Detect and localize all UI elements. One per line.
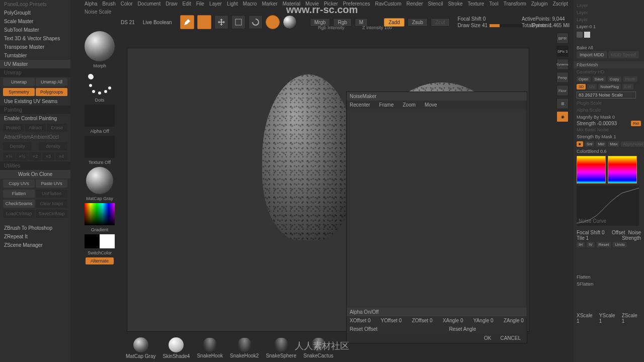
bpr-button[interactable]: BPR (556, 33, 569, 44)
texture-preview[interactable] (85, 136, 115, 158)
noise-curve-graph[interactable]: Noise Curve (577, 186, 639, 226)
ih-button[interactable]: IH (577, 242, 585, 247)
side-icon-1[interactable]: ⊞ (556, 98, 569, 109)
zbrush-to-photoshop[interactable]: ZBrush To Photoshop (0, 224, 70, 232)
plugin-panelloop[interactable]: PanelLoop Presets (0, 0, 70, 9)
snl-button[interactable]: Snl (585, 141, 595, 147)
work-on-clone[interactable]: Work On Clone (0, 170, 70, 178)
fibermesh-section[interactable]: FiberMesh (574, 61, 644, 68)
dot-icon[interactable] (577, 32, 583, 38)
copy-uvs-button[interactable]: Copy UVs (3, 179, 35, 188)
layer-2[interactable]: Layer (574, 9, 644, 16)
open-button[interactable]: Open (577, 76, 591, 82)
erase-button[interactable]: Erase (47, 124, 67, 132)
bw-swatches[interactable] (85, 234, 115, 248)
plugin-polygroupit[interactable]: PolyGroupIt (0, 9, 70, 17)
protect-button[interactable]: Protect (3, 124, 24, 132)
menu-material[interactable]: Material (283, 1, 301, 7)
menu-preferences[interactable]: Preferences (343, 1, 370, 7)
noise-scale-input[interactable] (577, 92, 636, 99)
bake-all-button[interactable]: Bake All (574, 44, 644, 51)
rp-focal[interactable]: Focal Shift 0 (577, 230, 605, 235)
dynamic-button[interactable]: Dynamic (556, 59, 569, 70)
menu-edit[interactable]: Edit (183, 1, 191, 7)
nm-xscale[interactable]: XScale 1 (577, 313, 596, 324)
live-boolean-toggle[interactable]: Live Boolean (143, 20, 172, 25)
flatten-button[interactable]: Flatten (3, 190, 35, 198)
color-picker-right[interactable] (608, 156, 637, 184)
shelf-snakecactus[interactable]: SnakeCactus (303, 338, 333, 358)
menu-document[interactable]: Document (138, 1, 161, 7)
switchcolor-label[interactable]: SwitchColor (88, 250, 112, 255)
checkseams-button[interactable]: CheckSeams (3, 200, 35, 208)
persp-button[interactable]: Persp (556, 72, 569, 83)
mhl-button[interactable]: Mid (596, 141, 606, 147)
menu-stencil[interactable]: Stencil (428, 1, 443, 7)
plugin-turntabler[interactable]: Turntabler (0, 51, 70, 60)
edit-mode-button[interactable] (180, 15, 194, 29)
unwrap-button[interactable]: Unwrap (3, 78, 35, 86)
paste-uvs-button[interactable]: Paste UVs (36, 179, 67, 188)
magnify-mask[interactable]: Magnify By Mask 0 (574, 114, 644, 121)
plugin-scale[interactable]: Plugin Scale (574, 100, 644, 107)
unwrap-all-button[interactable]: Unwrap All (36, 78, 67, 86)
nm-zscale[interactable]: ZScale 1 (622, 313, 641, 324)
spix-button[interactable]: SPix 3 (556, 46, 569, 57)
floor-button[interactable]: Floor (556, 85, 569, 96)
nm-zangle[interactable]: ZAngle 0 (504, 318, 524, 323)
shelf-snakehook[interactable]: SnakeHook (197, 338, 223, 358)
menu-movie[interactable]: Movie (305, 1, 319, 7)
brush-preview[interactable] (85, 31, 115, 61)
plugin-subtoolmaster[interactable]: SubTool Master (0, 26, 70, 34)
symmetry-button[interactable]: Symmetry (3, 88, 35, 96)
paste-button[interactable]: Paste (623, 76, 637, 82)
menu-color[interactable]: Color (121, 1, 133, 7)
unflatten-button[interactable]: UnFlatten (36, 190, 67, 198)
plugin-uvmaster[interactable]: UV Master (0, 60, 70, 68)
plugin-text3d[interactable]: Text 3D & Vector Shapes (0, 34, 70, 43)
gradient-sphere-icon[interactable] (283, 15, 297, 29)
polygroups-button[interactable]: Polygroups (36, 88, 67, 96)
edit-button[interactable]: Edit (622, 84, 633, 89)
zsub-button[interactable]: Zsub (408, 18, 428, 27)
layer-1[interactable]: Layer (574, 2, 644, 9)
import-mdd-button[interactable]: Import MDD (577, 51, 607, 58)
noiseplug-button[interactable]: NoisePlug (598, 84, 620, 89)
menu-draw[interactable]: Draw (166, 1, 177, 7)
nm-xangle[interactable]: XAngle 0 (443, 318, 463, 323)
nm-frame[interactable]: Frame (379, 102, 394, 108)
loadctrl-button[interactable]: LoadCtrlMap (3, 210, 35, 218)
rp-strength[interactable]: Strength (622, 235, 641, 241)
nm-xoffset[interactable]: XOffset 0 (350, 318, 371, 323)
nm-zoffset[interactable]: ZOffset 0 (412, 318, 433, 323)
strength-mask[interactable]: Strength By Mask 1 (574, 133, 644, 140)
rp-tile[interactable]: Tile 1 (577, 235, 589, 241)
menu-alpha[interactable]: Alpha (85, 1, 98, 7)
mix-basic-noise[interactable]: Mix Basic Noise (574, 126, 644, 133)
rp-noise[interactable]: Noise (628, 230, 641, 235)
menu-marker[interactable]: Marker (262, 1, 277, 7)
menu-zscript[interactable]: Zscript (553, 1, 568, 7)
rp-sflatten[interactable]: SFlatten (574, 281, 644, 288)
menu-picker[interactable]: Picker (324, 1, 338, 7)
menu-macro[interactable]: Macro (243, 1, 257, 7)
mfl-button[interactable]: Max (608, 141, 619, 147)
rp-offset[interactable]: Offset (612, 230, 625, 235)
shelf-snakehook2[interactable]: SnakeHook2 (230, 338, 259, 358)
color-picker-left[interactable] (577, 156, 606, 184)
copy-button[interactable]: Copy (608, 76, 621, 82)
shelf-matcap[interactable]: MatCap Gray (126, 337, 155, 359)
menu-transform[interactable]: Transform (504, 1, 526, 7)
zrepeat-it[interactable]: ZRepeat It (0, 232, 70, 241)
plugin-transpose[interactable]: Transpose Master (0, 43, 70, 51)
menu-brush[interactable]: Brush (103, 1, 116, 7)
square-icon[interactable] (584, 32, 590, 38)
clearmaps-button[interactable]: Clear Maps (36, 200, 67, 208)
rel-button[interactable]: Rel (631, 121, 641, 126)
menu-layer[interactable]: Layer (209, 1, 222, 7)
geometry-hd-section[interactable]: Geometry HD (574, 68, 644, 75)
nm-reset-offset[interactable]: Reset Offset (350, 326, 377, 332)
attract-button[interactable]: Attract (25, 124, 45, 132)
menu-render[interactable]: Render (407, 1, 423, 7)
colorblend[interactable]: ColorBlend 0.6 (574, 148, 644, 155)
